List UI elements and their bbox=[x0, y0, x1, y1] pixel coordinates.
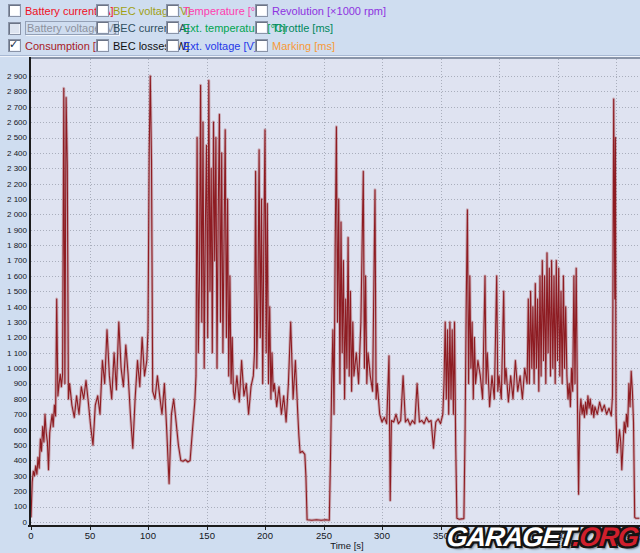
y-tick-label: 500 bbox=[14, 441, 28, 450]
checkmark-icon: ✓ bbox=[9, 38, 18, 50]
checkbox-battery-voltage-v bbox=[8, 22, 21, 35]
y-tick-label: 1 700 bbox=[7, 256, 28, 265]
checkbox-revolution-1000-rpm[interactable] bbox=[255, 4, 268, 17]
checkbox-label-throttle-ms[interactable]: Throttle [ms] bbox=[272, 22, 333, 34]
y-axis-line bbox=[29, 57, 31, 527]
y-tick-label: 2 000 bbox=[7, 210, 28, 219]
y-tick-label: 100 bbox=[14, 502, 28, 511]
channel-item-throttle-ms[interactable]: Throttle [ms] bbox=[255, 21, 333, 34]
y-tick-label: 1 900 bbox=[7, 226, 28, 235]
x-tick-label: 100 bbox=[140, 530, 156, 541]
y-tick-label: 2 100 bbox=[7, 195, 28, 204]
y-tick-label: 300 bbox=[14, 472, 28, 481]
checkbox-label-revolution-1000-rpm[interactable]: Revolution [×1000 rpm] bbox=[272, 5, 386, 17]
y-tick-label: 700 bbox=[14, 410, 28, 419]
y-tick-label: 1 200 bbox=[7, 333, 28, 342]
checkbox-marking-ms[interactable] bbox=[255, 39, 268, 52]
x-tick-label: 150 bbox=[199, 530, 215, 541]
y-tick-label: 800 bbox=[14, 395, 28, 404]
checkbox-throttle-ms[interactable] bbox=[255, 21, 268, 34]
checkbox-temperature-c[interactable] bbox=[166, 4, 179, 17]
y-tick-label: 1 800 bbox=[7, 241, 28, 250]
channel-item-ext-voltage-v[interactable]: Ext. voltage [V] bbox=[166, 39, 257, 52]
y-tick-label: 0 bbox=[23, 518, 28, 527]
x-axis-title: Time [s] bbox=[330, 540, 363, 551]
checkbox-ext-voltage-v[interactable] bbox=[166, 39, 179, 52]
y-tick-label: 1 400 bbox=[7, 303, 28, 312]
plot-top-border bbox=[29, 57, 640, 59]
checkbox-bec-losses-w[interactable] bbox=[96, 39, 109, 52]
checkbox-label-temperature-c[interactable]: Temperature [°C] bbox=[183, 5, 266, 17]
channel-item-revolution-1000-rpm[interactable]: Revolution [×1000 rpm] bbox=[255, 4, 386, 17]
y-tick-label: 2 200 bbox=[7, 180, 28, 189]
checkbox-bec-current-a[interactable] bbox=[96, 21, 109, 34]
consumption-plot: 01002003004005006007008009001 0001 1001 … bbox=[0, 0, 640, 553]
x-tick-label: 200 bbox=[257, 530, 273, 541]
y-tick-label: 2 900 bbox=[7, 72, 28, 81]
y-tick-label: 400 bbox=[14, 456, 28, 465]
checkbox-consumption-w[interactable]: ✓ bbox=[8, 39, 21, 52]
checkbox-label-ext-voltage-v[interactable]: Ext. voltage [V] bbox=[183, 40, 257, 52]
y-tick-label: 2 300 bbox=[7, 164, 28, 173]
watermark-suffix: .ORG bbox=[571, 522, 639, 552]
channel-item-consumption-w[interactable]: ✓Consumption [W] bbox=[8, 39, 109, 52]
y-tick-label: 1 000 bbox=[7, 364, 28, 373]
x-tick-label: 0 bbox=[28, 530, 33, 541]
watermark-main: GARAGET bbox=[445, 522, 574, 552]
checkbox-battery-current-a[interactable] bbox=[8, 4, 21, 17]
y-tick-label: 1 100 bbox=[7, 349, 28, 358]
garaget-watermark: GARAGET.ORG bbox=[445, 522, 639, 553]
channel-toggle-panel: Battery current [A]BEC voltage [V]Temper… bbox=[0, 0, 640, 56]
checkbox-ext-temperature-c[interactable] bbox=[166, 21, 179, 34]
y-tick-label: 1 300 bbox=[7, 318, 28, 327]
y-tick-label: 2 700 bbox=[7, 103, 28, 112]
y-tick-label: 2 400 bbox=[7, 149, 28, 158]
checkbox-label-marking-ms[interactable]: Marking [ms] bbox=[272, 40, 335, 52]
y-tick-label: 2 500 bbox=[7, 133, 28, 142]
channel-item-marking-ms[interactable]: Marking [ms] bbox=[255, 39, 335, 52]
x-tick-label: 50 bbox=[85, 530, 96, 541]
y-tick-label: 1 500 bbox=[7, 287, 28, 296]
x-tick-label: 300 bbox=[374, 530, 390, 541]
y-tick-label: 2 600 bbox=[7, 118, 28, 127]
y-tick-label: 1 600 bbox=[7, 272, 28, 281]
channel-item-temperature-c[interactable]: Temperature [°C] bbox=[166, 4, 266, 17]
checkbox-bec-voltage-v[interactable] bbox=[96, 4, 109, 17]
y-tick-label: 900 bbox=[14, 379, 28, 388]
y-tick-label: 2 800 bbox=[7, 87, 28, 96]
y-tick-label: 600 bbox=[14, 426, 28, 435]
y-tick-label: 200 bbox=[14, 487, 28, 496]
telemetry-log-viewer: 01002003004005006007008009001 0001 1001 … bbox=[0, 0, 640, 553]
